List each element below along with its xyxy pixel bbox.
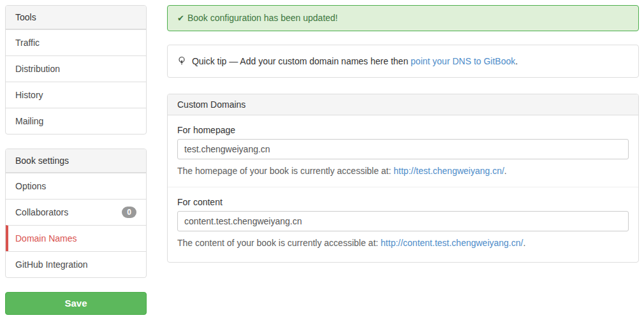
check-icon: ✔ [177,13,184,23]
collaborators-count-badge: 0 [122,207,136,218]
content-help-suffix: . [523,238,525,248]
sidebar-item-label: History [15,90,43,100]
content-domain-help: The content of your book is currently ac… [177,236,629,249]
tools-panel: Tools Traffic Distribution History Maili… [5,5,147,135]
page: Tools Traffic Distribution History Maili… [0,0,644,320]
save-button[interactable]: Save [5,292,147,315]
sidebar-item-domain-names[interactable]: Domain Names [6,225,146,251]
content-domain-section: For content The content of your book is … [177,197,629,252]
sidebar-item-github-integration[interactable]: GitHub Integration [6,251,146,277]
sidebar-item-label: Options [15,181,46,191]
quick-tip-suffix: . [515,56,518,66]
dns-gitbook-link[interactable]: point your DNS to GitBook [411,56,515,66]
sidebar-item-history[interactable]: History [6,82,146,108]
content-domain-label: For content [177,197,629,207]
homepage-help-suffix: . [504,166,507,176]
sidebar-item-label: Distribution [15,64,60,74]
lightbulb-icon [177,56,186,66]
sidebar-item-label: Mailing [15,116,43,126]
homepage-domain-label: For homepage [177,125,629,135]
sidebar-item-traffic[interactable]: Traffic [6,29,146,55]
homepage-help-text: The homepage of your book is currently a… [177,166,391,176]
homepage-url-link[interactable]: http://test.chengweiyang.cn/ [393,166,504,176]
quick-tip-box: Quick tip — Add your custom domain names… [167,45,639,78]
sidebar-item-label: GitHub Integration [15,259,88,270]
sidebar-item-options[interactable]: Options [6,173,146,199]
content-help-text: The content of your book is currently ac… [177,238,378,248]
sidebar-item-label: Domain Names [15,233,77,244]
main-content: ✔Book configuration has been updated! Qu… [167,5,639,263]
sidebar-item-distribution[interactable]: Distribution [6,55,146,82]
custom-domains-body: For homepage The homepage of your book i… [168,115,638,262]
book-settings-panel: Book settings Options 0 Collaborators Do… [5,149,147,278]
success-alert-text: Book configuration has been updated! [187,13,338,23]
homepage-domain-input[interactable] [177,139,629,159]
custom-domains-panel: Custom Domains For homepage The homepage… [167,94,639,263]
sidebar-item-label: Collaborators [15,207,68,217]
sidebar-item-collaborators[interactable]: 0 Collaborators [6,199,146,225]
quick-tip-text: Quick tip — Add your custom domain names… [192,56,408,66]
sidebar-item-mailing[interactable]: Mailing [6,108,146,134]
custom-domains-header: Custom Domains [168,94,638,115]
sidebar-item-label: Traffic [15,38,40,48]
section-divider [168,187,638,187]
homepage-domain-help: The homepage of your book is currently a… [177,164,629,177]
homepage-domain-section: For homepage The homepage of your book i… [177,125,629,177]
book-settings-header: Book settings [6,149,146,173]
content-domain-input[interactable] [177,211,629,231]
sidebar: Tools Traffic Distribution History Maili… [5,5,147,315]
tools-header: Tools [6,6,146,29]
content-url-link[interactable]: http://content.test.chengweiyang.cn/ [381,238,523,248]
success-alert: ✔Book configuration has been updated! [167,5,639,31]
